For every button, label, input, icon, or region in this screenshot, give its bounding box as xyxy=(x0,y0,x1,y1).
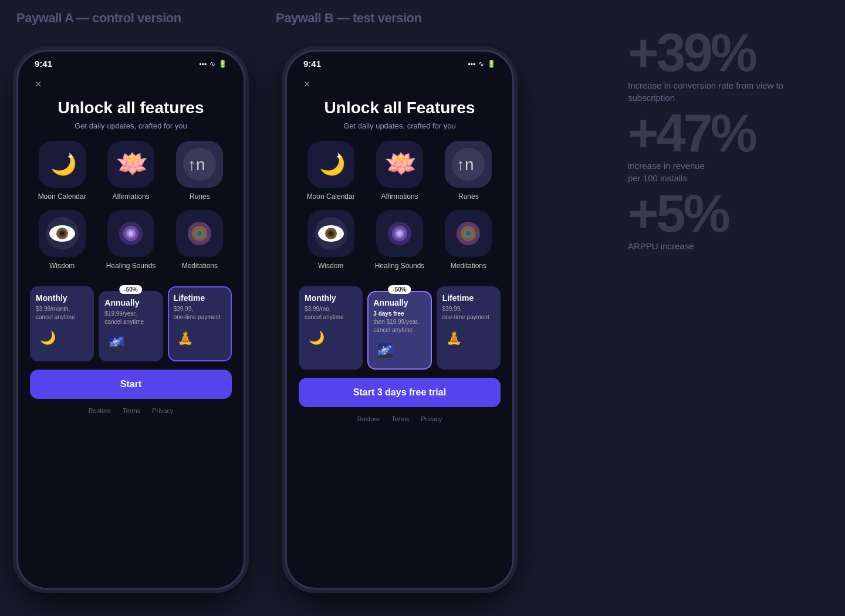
feature-runes-b: ↑n Runes xyxy=(437,141,501,201)
plan-annually-price-a: $19.99/year,cancel anytime xyxy=(104,310,157,326)
feature-meditations-b: Meditations xyxy=(437,210,501,270)
plan-annually-thumb-b: 🌌 xyxy=(373,339,397,363)
close-button-a[interactable]: × xyxy=(30,76,46,92)
time-b: 9:41 xyxy=(303,59,321,69)
wisdom-icon-b xyxy=(307,210,354,257)
features-grid-a: 🌙 ✦ Moon Calendar 🪷 Affirmations xyxy=(30,141,232,270)
svg-text:🪷: 🪷 xyxy=(116,148,148,179)
restore-link-b[interactable]: Restore xyxy=(357,415,380,422)
footer-links-b: Restore Terms Privacy xyxy=(299,415,501,422)
plan-lifetime-name-a: Lifetime xyxy=(174,293,226,303)
status-icons-b: ▪▪▪ ∿ 🔋 xyxy=(468,60,496,68)
stat-2-desc: increase in revenueper 100 installs xyxy=(628,160,827,184)
moon-label-a: Moon Calendar xyxy=(38,192,86,201)
feature-healing-a: Healing Sounds xyxy=(99,210,163,270)
paywall-subtitle-b: Get daily updates, crafted for you xyxy=(299,121,501,130)
wifi-icon-a: ∿ xyxy=(209,60,215,68)
feature-moon-b: 🌙 ✦ Moon Calendar xyxy=(299,141,363,201)
svg-text:🪷: 🪷 xyxy=(385,148,417,179)
close-button-b[interactable]: × xyxy=(299,76,315,92)
plan-monthly-b[interactable]: Monthly $3.99/mo,cancel anytime 🌙 xyxy=(299,286,363,370)
plan-monthly-thumb-b: 🌙 xyxy=(305,326,328,350)
affirmations-icon-a: 🪷 xyxy=(107,141,154,188)
runes-label-a: Runes xyxy=(190,192,210,201)
runes-label-b: Runes xyxy=(458,192,479,201)
svg-point-9 xyxy=(60,232,64,235)
plan-monthly-name-b: Monthly xyxy=(305,293,357,303)
plan-monthly-price-b: $3.99/mo,cancel anytime xyxy=(305,305,357,321)
paywall-a-label: Paywall A — control version xyxy=(16,11,181,26)
privacy-link-a[interactable]: Privacy xyxy=(152,407,173,414)
svg-text:✦: ✦ xyxy=(67,152,74,161)
stat-3-number: +5% xyxy=(628,190,827,238)
healing-label-a: Healing Sounds xyxy=(106,262,156,270)
svg-point-34 xyxy=(397,231,402,236)
paywall-title-a: Unlock all features xyxy=(30,98,232,118)
restore-link-a[interactable]: Restore xyxy=(89,407,111,414)
terms-link-b[interactable]: Terms xyxy=(391,415,409,422)
svg-text:↑n: ↑n xyxy=(188,155,205,174)
healing-label-b: Healing Sounds xyxy=(375,262,425,270)
wisdom-label-b: Wisdom xyxy=(318,262,343,270)
stat-1-desc: Increase in conversion rate from view to… xyxy=(628,79,827,104)
features-grid-b: 🌙 ✦ Moon Calendar 🪷 Affirmations xyxy=(299,141,501,270)
footer-links-a: Restore Terms Privacy xyxy=(30,407,232,414)
stat-3-desc: ARPPU increase xyxy=(628,240,827,252)
plan-lifetime-a[interactable]: Lifetime $39.99,one-time payment 🧘 xyxy=(168,286,232,361)
svg-point-29 xyxy=(329,232,333,235)
plan-annually-badge-b: -50% xyxy=(388,285,411,294)
plan-annually-name-b: Annually xyxy=(373,298,425,307)
paywall-header-a: Unlock all features Get daily updates, c… xyxy=(30,98,232,130)
healing-icon-b xyxy=(376,210,423,257)
pricing-row-a: Monthly $3.99/month,cancel anytime 🌙 -50… xyxy=(30,286,232,361)
feature-healing-b: Healing Sounds xyxy=(367,210,431,270)
cta-button-a[interactable]: Start xyxy=(30,370,232,399)
phone-b: 9:41 ▪▪▪ ∿ 🔋 × Unlock all Features Get d… xyxy=(285,50,514,590)
plan-lifetime-price-a: $39.99,one-time payment xyxy=(174,305,226,321)
status-icons-a: ▪▪▪ ∿ 🔋 xyxy=(199,60,227,68)
plan-monthly-a[interactable]: Monthly $3.99/month,cancel anytime 🌙 xyxy=(30,286,94,361)
moon-icon-a: 🌙 ✦ xyxy=(39,141,86,188)
battery-icon-a: 🔋 xyxy=(218,60,227,68)
runes-icon-b: ↑n xyxy=(445,141,492,188)
feature-moon-a: 🌙 ✦ Moon Calendar xyxy=(30,141,94,201)
plan-annually-a[interactable]: -50% Annually $19.99/year,cancel anytime… xyxy=(99,291,163,361)
feature-affirmations-a: 🪷 Affirmations xyxy=(99,141,163,201)
feature-affirmations-b: 🪷 Affirmations xyxy=(367,141,431,201)
plan-lifetime-thumb-a: 🧘 xyxy=(174,326,197,350)
cta-button-b[interactable]: Start 3 days free trial xyxy=(299,378,501,407)
runes-icon-a: ↑n xyxy=(176,141,223,188)
notch-a xyxy=(93,52,169,69)
feature-runes-a: ↑n Runes xyxy=(168,141,232,201)
paywall-subtitle-a: Get daily updates, crafted for you xyxy=(30,121,232,130)
paywall-header-b: Unlock all Features Get daily updates, c… xyxy=(299,98,501,130)
stat-3: +5% ARPPU increase xyxy=(628,190,827,252)
feature-wisdom-b: Wisdom xyxy=(299,210,363,270)
paywall-b-label: Paywall B — test version xyxy=(276,11,421,26)
stat-1: +39% Increase in conversion rate from vi… xyxy=(628,29,827,104)
wifi-icon-b: ∿ xyxy=(478,60,484,68)
phone-a: 9:41 ▪▪▪ ∿ 🔋 × Unlock all features Get d… xyxy=(16,50,245,590)
affirmations-label-a: Affirmations xyxy=(112,192,149,201)
plan-monthly-price-a: $3.99/month,cancel anytime xyxy=(36,305,88,321)
affirmations-icon-b: 🪷 xyxy=(376,141,423,188)
moon-icon-b: 🌙 ✦ xyxy=(307,141,354,188)
feature-wisdom-a: Wisdom xyxy=(30,210,94,270)
plan-lifetime-b[interactable]: Lifetime $39.99,one-time payment 🧘 xyxy=(437,286,501,370)
meditations-icon-b xyxy=(445,210,492,257)
terms-link-a[interactable]: Terms xyxy=(123,407,140,414)
feature-meditations-a: Meditations xyxy=(168,210,232,270)
notch-b xyxy=(361,52,438,69)
plan-annually-name-a: Annually xyxy=(104,298,157,307)
meditations-label-a: Meditations xyxy=(182,262,218,270)
plan-lifetime-thumb-b: 🧘 xyxy=(442,326,466,350)
stat-1-number: +39% xyxy=(628,29,827,77)
stat-2-number: +47% xyxy=(628,110,827,157)
svg-point-14 xyxy=(129,231,133,236)
svg-text:✦: ✦ xyxy=(336,152,343,161)
plan-annually-b[interactable]: -50% Annually 3 days freethen $19.99/yea… xyxy=(367,291,431,370)
pricing-row-b: Monthly $3.99/mo,cancel anytime 🌙 -50% A… xyxy=(299,286,501,370)
svg-point-39 xyxy=(466,231,471,236)
privacy-link-b[interactable]: Privacy xyxy=(421,415,442,422)
moon-label-b: Moon Calendar xyxy=(307,192,355,201)
